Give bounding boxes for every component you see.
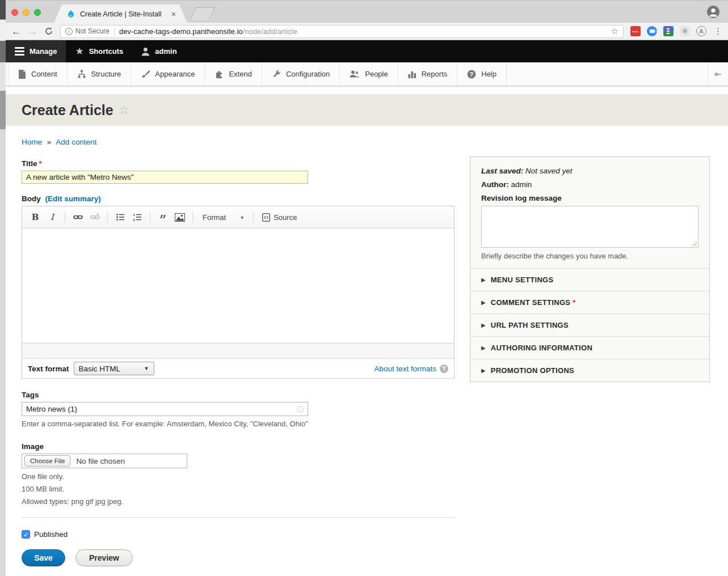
- admin-menu-bar: Content Structure Appearance Extend Conf…: [6, 62, 728, 86]
- toolbar-shortcuts[interactable]: ★ Shortcuts: [66, 40, 132, 62]
- menu-item-label: People: [365, 70, 388, 78]
- title-input[interactable]: [22, 171, 308, 184]
- section-url-path-settings[interactable]: ▶ URL PATH SETTINGS: [470, 314, 709, 336]
- link-button[interactable]: [70, 210, 85, 225]
- title-field-label: Title*: [22, 159, 455, 168]
- section-authoring-information[interactable]: ▶ AUTHORING INFORMATION: [470, 336, 709, 359]
- tags-field-label: Tags: [22, 391, 455, 399]
- published-label: Published: [34, 530, 68, 539]
- url-host: dev-cache-tags-demo.pantheonsite.io: [119, 27, 243, 36]
- text-format-select[interactable]: Basic HTML ▼: [74, 362, 154, 375]
- window-controls[interactable]: [11, 9, 41, 16]
- bulleted-list-button[interactable]: [113, 210, 128, 225]
- video-call-extension-icon[interactable]: [647, 26, 657, 36]
- user-icon: [141, 47, 150, 56]
- menu-item-reports[interactable]: Reports: [398, 62, 458, 86]
- omnibox-divider: [114, 27, 115, 36]
- site-security-indicator[interactable]: i Not Secure: [65, 27, 110, 35]
- menu-item-label: Reports: [422, 70, 448, 78]
- source-icon: [262, 213, 270, 222]
- unlink-button[interactable]: [87, 210, 102, 225]
- menu-item-appearance[interactable]: Appearance: [131, 62, 205, 86]
- resize-handle[interactable]: [692, 241, 697, 246]
- browser-profile-avatar[interactable]: [706, 5, 720, 19]
- save-button[interactable]: Save: [22, 549, 65, 566]
- blockquote-button[interactable]: ”: [155, 210, 170, 225]
- svg-text:1: 1: [133, 213, 136, 217]
- section-menu-settings[interactable]: ▶ MENU SETTINGS: [470, 268, 709, 291]
- bookmark-star-icon[interactable]: ☆: [607, 26, 622, 36]
- toolbar-user[interactable]: admin: [132, 40, 186, 62]
- section-arrow-icon: ▶: [481, 367, 486, 374]
- published-row: ✓ Published: [22, 530, 455, 539]
- help-question-icon[interactable]: ?: [440, 365, 448, 373]
- ckeditor-toolbar: B I 12 ”: [22, 206, 454, 228]
- shortcuts-label: Shortcuts: [89, 47, 124, 56]
- circled-a-extension-icon[interactable]: A: [696, 26, 706, 36]
- section-comment-settings[interactable]: ▶ COMMENT SETTINGS *: [470, 291, 709, 314]
- source-button[interactable]: Source: [259, 213, 300, 222]
- tags-input[interactable]: Metro news (1): [22, 402, 308, 416]
- text-format-row: Text format Basic HTML ▼ About text form…: [22, 358, 454, 378]
- choose-file-button[interactable]: Choose File: [24, 455, 70, 467]
- section-promotion-options[interactable]: ▶ PROMOTION OPTIONS: [470, 359, 709, 382]
- about-text-formats-link[interactable]: About text formats: [374, 365, 436, 373]
- edit-summary-link[interactable]: (Edit summary): [45, 194, 101, 203]
- image-button[interactable]: [172, 210, 187, 225]
- svg-text:?: ?: [470, 70, 473, 77]
- toolbar-orientation-toggle[interactable]: ⇤: [708, 62, 728, 86]
- bold-button[interactable]: B: [28, 210, 43, 225]
- menu-item-people[interactable]: People: [340, 62, 398, 86]
- menu-item-extend[interactable]: Extend: [205, 62, 262, 86]
- section-arrow-icon: ▶: [481, 277, 486, 283]
- menu-item-structure[interactable]: Structure: [68, 62, 132, 86]
- tab-strip: Create Article | Site-Install ×: [6, 0, 728, 23]
- menu-item-help[interactable]: ? Help: [457, 62, 507, 86]
- user-label: admin: [155, 47, 176, 56]
- image-field-label: Image: [22, 442, 455, 451]
- menu-item-configuration[interactable]: Configuration: [262, 62, 340, 86]
- format-dropdown[interactable]: Format ▾: [198, 213, 248, 222]
- settings-extension-icon[interactable]: ✻: [680, 26, 690, 36]
- lighthouse-extension-icon[interactable]: [663, 26, 674, 36]
- new-tab-button[interactable]: [190, 7, 215, 20]
- body-field-label: Body (Edit summary): [22, 194, 455, 203]
- text-format-label: Text format: [28, 365, 69, 373]
- minimize-window-button[interactable]: [23, 9, 30, 16]
- required-marker: *: [39, 159, 42, 168]
- section-arrow-icon: ▶: [481, 345, 486, 351]
- browser-tab[interactable]: Create Article | Site-Install ×: [54, 5, 187, 23]
- browser-menu-icon[interactable]: ⋮: [714, 26, 722, 36]
- published-checkbox[interactable]: ✓: [22, 530, 30, 539]
- forward-button[interactable]: →: [28, 27, 37, 36]
- italic-button[interactable]: I: [45, 210, 60, 225]
- help-icon: ?: [467, 70, 476, 79]
- url-text: dev-cache-tags-demo.pantheonsite.io/node…: [119, 27, 607, 36]
- content-icon: [18, 70, 26, 79]
- reload-button[interactable]: [44, 27, 53, 36]
- body-editing-area[interactable]: [22, 228, 454, 343]
- revision-log-textarea[interactable]: [481, 206, 698, 248]
- tab-close-icon[interactable]: ×: [171, 10, 176, 18]
- password-manager-extension-icon[interactable]: •••: [630, 26, 641, 36]
- image-file-input[interactable]: Choose File No file chosen: [22, 454, 187, 468]
- preview-button[interactable]: Preview: [75, 549, 133, 566]
- toolbar-manage[interactable]: Manage: [6, 40, 66, 62]
- breadcrumb-home-link[interactable]: Home: [22, 138, 42, 146]
- advanced-sidebar: Last saved: Not saved yet Author: admin …: [470, 156, 710, 382]
- chevron-down-icon: ▾: [241, 214, 243, 221]
- browser-toolbar: ← → i Not Secure dev-cache-tags-demo.pan…: [6, 23, 728, 40]
- back-button[interactable]: ←: [11, 27, 21, 36]
- address-bar[interactable]: i Not Secure dev-cache-tags-demo.pantheo…: [60, 25, 624, 38]
- people-icon: [350, 70, 360, 79]
- menu-item-content[interactable]: Content: [8, 62, 68, 86]
- node-meta: Last saved: Not saved yet Author: admin …: [470, 157, 709, 268]
- breadcrumb-add-content-link[interactable]: Add content: [56, 138, 96, 146]
- autocomplete-throbber-icon: [297, 406, 304, 412]
- shortcuts-star-icon: ★: [75, 45, 83, 57]
- close-window-button[interactable]: [11, 9, 18, 16]
- favorite-star-icon[interactable]: ☆: [119, 103, 130, 117]
- numbered-list-button[interactable]: 12: [130, 210, 145, 225]
- maximize-window-button[interactable]: [34, 9, 41, 16]
- reports-icon: [408, 70, 416, 79]
